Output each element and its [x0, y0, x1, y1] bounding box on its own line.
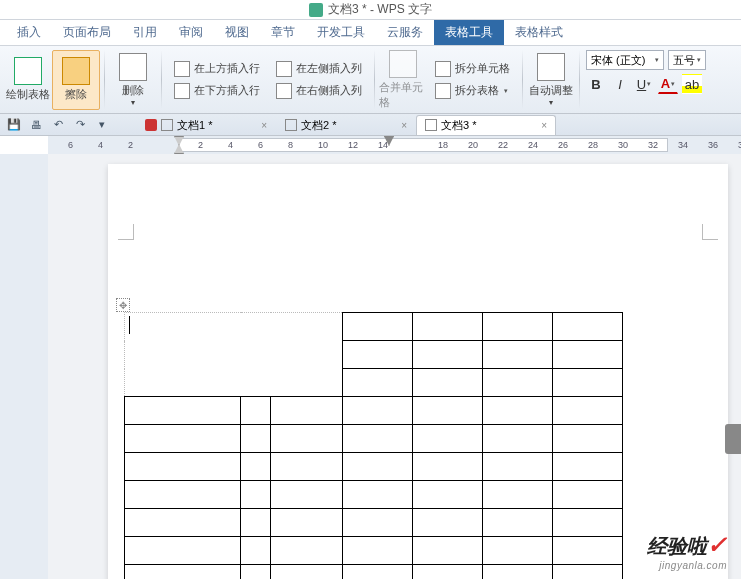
table-cell[interactable] [483, 565, 553, 580]
table-resize-handle[interactable] [725, 424, 741, 454]
table-cell[interactable] [125, 425, 241, 453]
insert-row-below-button[interactable]: 在下方插入行 [170, 81, 264, 101]
table-cell[interactable] [553, 369, 623, 397]
close-icon[interactable]: × [541, 120, 547, 131]
bold-button[interactable]: B [586, 74, 606, 94]
insert-col-left-button[interactable]: 在左侧插入列 [272, 59, 366, 79]
table-cell[interactable] [271, 425, 343, 453]
insert-row-above-button[interactable]: 在上方插入行 [170, 59, 264, 79]
font-size-select[interactable]: 五号▾ [668, 50, 706, 70]
split-cells-button[interactable]: 拆分单元格 [431, 59, 514, 79]
table-cell[interactable] [125, 397, 241, 425]
table-cell[interactable] [553, 313, 623, 341]
table-cell[interactable] [413, 341, 483, 369]
undo-button[interactable]: ↶ [50, 117, 66, 133]
menu-table-style[interactable]: 表格样式 [504, 20, 574, 45]
vertical-ruler[interactable] [0, 154, 48, 579]
draw-table-button[interactable]: 绘制表格 [4, 50, 52, 110]
doc-tab-2[interactable]: 文档2 * × [276, 115, 416, 135]
table-cell[interactable] [413, 481, 483, 509]
menu-page-layout[interactable]: 页面布局 [52, 20, 122, 45]
menu-table-tools[interactable]: 表格工具 [434, 20, 504, 45]
table-cell[interactable] [553, 397, 623, 425]
table-cell[interactable] [553, 565, 623, 580]
table-move-handle[interactable]: ✥ [116, 298, 130, 312]
table-cell[interactable] [413, 453, 483, 481]
table-cell[interactable] [553, 425, 623, 453]
table-cell[interactable] [413, 509, 483, 537]
table-cell[interactable] [241, 565, 271, 580]
table-cell[interactable] [413, 425, 483, 453]
table-cell[interactable] [343, 397, 413, 425]
table-cell[interactable] [125, 509, 241, 537]
redo-button[interactable]: ↷ [72, 117, 88, 133]
close-icon[interactable]: × [261, 120, 267, 131]
table-cell[interactable] [413, 397, 483, 425]
delete-button[interactable]: 删除 ▾ [109, 50, 157, 110]
erase-button[interactable]: 擦除 [52, 50, 100, 110]
table-cell[interactable] [483, 453, 553, 481]
split-table-button[interactable]: 拆分表格▾ [431, 81, 514, 101]
table-cell[interactable] [241, 425, 271, 453]
print-button[interactable]: 🖶 [28, 117, 44, 133]
page-viewport[interactable]: ✥ [48, 154, 741, 579]
table-cell[interactable] [241, 397, 271, 425]
table-cell[interactable] [483, 481, 553, 509]
table-cell[interactable] [271, 537, 343, 565]
table-cell[interactable] [553, 453, 623, 481]
table-cell[interactable] [271, 453, 343, 481]
table-cell[interactable] [125, 481, 241, 509]
table-cell[interactable] [343, 341, 413, 369]
table-cell[interactable] [125, 565, 241, 580]
table-cell[interactable] [271, 565, 343, 580]
table-cell[interactable] [241, 481, 271, 509]
qat-more[interactable]: ▾ [94, 117, 110, 133]
table-cell[interactable] [483, 313, 553, 341]
table-cell[interactable] [343, 453, 413, 481]
table-cell[interactable] [271, 397, 343, 425]
menu-review[interactable]: 审阅 [168, 20, 214, 45]
menu-dev-tools[interactable]: 开发工具 [306, 20, 376, 45]
menu-chapter[interactable]: 章节 [260, 20, 306, 45]
menu-view[interactable]: 视图 [214, 20, 260, 45]
autofit-button[interactable]: 自动调整 ▾ [527, 50, 575, 110]
table-cell[interactable] [553, 509, 623, 537]
table-cell[interactable] [483, 537, 553, 565]
table-cell[interactable] [241, 537, 271, 565]
table-cell[interactable] [483, 425, 553, 453]
italic-button[interactable]: I [610, 74, 630, 94]
insert-col-right-button[interactable]: 在右侧插入列 [272, 81, 366, 101]
menu-reference[interactable]: 引用 [122, 20, 168, 45]
underline-button[interactable]: U▾ [634, 74, 654, 94]
table-cell[interactable] [413, 565, 483, 580]
table-cell[interactable] [343, 313, 413, 341]
document-table[interactable] [124, 312, 623, 579]
menu-cloud[interactable]: 云服务 [376, 20, 434, 45]
table-cell[interactable] [343, 565, 413, 580]
table-cell[interactable] [271, 509, 343, 537]
font-name-select[interactable]: 宋体 (正文)▾ [586, 50, 664, 70]
table-cell[interactable] [241, 509, 271, 537]
table-cell[interactable] [413, 537, 483, 565]
table-cell[interactable] [125, 313, 343, 397]
font-color-button[interactable]: A▾ [658, 74, 678, 94]
table-cell[interactable] [343, 509, 413, 537]
table-cell[interactable] [343, 481, 413, 509]
table-cell[interactable] [413, 369, 483, 397]
table-cell[interactable] [483, 397, 553, 425]
table-cell[interactable] [553, 341, 623, 369]
page[interactable]: ✥ [108, 164, 728, 579]
save-button[interactable]: 💾 [6, 117, 22, 133]
doc-tab-3[interactable]: 文档3 * × [416, 115, 556, 135]
table-cell[interactable] [483, 341, 553, 369]
table-cell[interactable] [553, 481, 623, 509]
table-cell[interactable] [125, 453, 241, 481]
doc-tab-1[interactable]: 文档1 * × [136, 115, 276, 135]
table-cell[interactable] [413, 313, 483, 341]
close-icon[interactable]: × [401, 120, 407, 131]
table-cell[interactable] [483, 509, 553, 537]
table-cell[interactable] [241, 453, 271, 481]
table-cell[interactable] [343, 369, 413, 397]
table-cell[interactable] [343, 537, 413, 565]
table-cell[interactable] [271, 481, 343, 509]
